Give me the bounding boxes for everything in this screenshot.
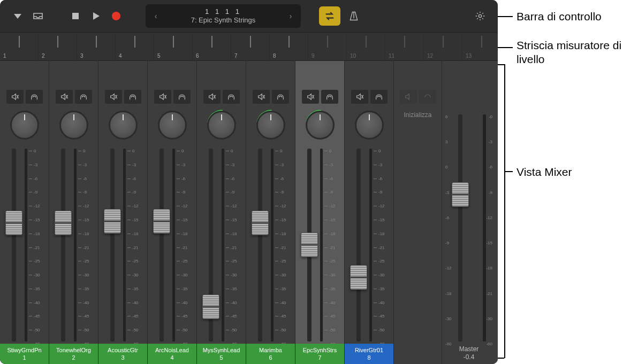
fader-track[interactable] [12,149,16,342]
solo-button[interactable] [173,90,191,104]
mixer-view: 0-3-6-9-12-15-18-21-25-30-35-40-45-50-60… [0,61,498,364]
callout-line [498,64,504,65]
menu-dropdown-icon[interactable] [10,8,26,24]
channel-strip: 0-3-6-9-12-15-18-21-25-30-35-40-45-50-60… [98,61,148,364]
master-fader-handle[interactable] [452,182,469,207]
control-bar: ‹ 1 1 1 1 7: Epic Synth Strings › [0,0,498,32]
metronome-icon[interactable] [346,8,362,24]
svg-marker-2 [93,12,100,20]
channel-label[interactable]: EpcSynhStrs7 [295,344,344,364]
solo-button[interactable] [370,90,388,104]
fader-track[interactable] [160,149,164,342]
fader-handle[interactable] [301,233,318,257]
level-meter [25,149,27,342]
svg-marker-0 [14,14,21,19]
pan-knob[interactable] [206,109,238,141]
app-window: ‹ 1 1 1 1 7: Epic Synth Strings › 123456… [0,0,498,364]
meter-strip-cell[interactable]: 12 [424,33,462,60]
channel-label[interactable]: TonewhelOrg2 [49,344,98,364]
channel-label[interactable]: MysSynhLead5 [197,344,246,364]
play-button[interactable] [88,8,104,24]
cycle-button[interactable] [319,6,340,26]
mute-button[interactable] [203,90,221,104]
init-channel: Inizializza [394,61,442,364]
mute-button[interactable] [302,90,319,104]
meter-strip-cell[interactable]: 11 [385,33,424,60]
pan-knob[interactable] [353,109,385,141]
pan-knob[interactable] [9,109,41,141]
pan-knob[interactable] [58,109,90,141]
mute-button[interactable] [154,90,171,104]
callout-line [498,358,504,359]
channel-label[interactable]: ArcNoisLead4 [148,344,196,364]
meter-strip-cell[interactable]: 4 [116,33,154,60]
inbox-icon[interactable] [30,8,46,24]
master-channel: 630-3-6-9-12-18-30-60 -0-3-6-9-12-15-18-… [442,61,496,364]
channel-strip: 0-3-6-9-12-15-18-21-25-30-35-40-45-50-60… [345,61,394,364]
init-label[interactable]: Inizializza [404,111,431,119]
callout-meter-strip: Striscia misuratore di livello [517,38,638,67]
level-meter [369,149,372,342]
channel-strip: 0-3-6-9-12-15-18-21-25-30-35-40-45-50-60… [0,61,49,364]
channel-label[interactable]: AcousticGtr3 [98,344,147,364]
channel-strip: 0-3-6-9-12-15-18-21-25-30-35-40-45-50-60… [295,61,345,364]
fader-handle[interactable] [252,211,269,235]
record-button[interactable] [108,8,124,24]
level-meter [172,149,175,342]
pan-knob[interactable] [156,109,188,141]
svg-rect-1 [72,13,79,19]
mute-button[interactable] [253,90,270,104]
callout-line [498,47,513,48]
meter-strip-cell[interactable]: 5 [154,33,193,60]
master-fader-track[interactable] [458,114,462,342]
level-meter-strip[interactable]: 12345678910111213 [0,32,498,61]
meter-strip-cell[interactable]: 6 [193,33,231,60]
master-label: Master-0.4 [442,345,496,362]
meter-strip-cell[interactable]: 1 [0,33,39,60]
channel-label[interactable]: RiverGtr018 [345,344,393,364]
pan-knob[interactable] [304,109,336,141]
solo-button[interactable] [124,90,141,104]
pan-knob[interactable] [107,109,139,141]
solo-button[interactable] [223,90,240,104]
callout-control-bar: Barra di controllo [517,10,602,24]
meter-strip-cell[interactable]: 9 [308,33,347,60]
solo-button[interactable] [26,90,43,104]
meter-strip-cell[interactable]: 10 [347,33,385,60]
mute-button[interactable] [56,90,73,104]
fader-track[interactable] [61,149,65,342]
settings-gear-icon[interactable] [472,8,488,24]
solo-button[interactable] [75,90,92,104]
level-meter [123,149,126,342]
channel-label[interactable]: Marimba6 [246,344,295,364]
fader-track[interactable] [258,149,262,342]
channel-strip: 0-3-6-9-12-15-18-21-25-30-35-40-45-50-60… [197,61,246,364]
meter-strip-cell[interactable]: 3 [77,33,116,60]
stop-button[interactable] [67,8,83,24]
mute-button[interactable] [6,90,24,104]
fader-handle[interactable] [55,211,72,235]
fader-handle[interactable] [153,209,170,234]
lcd-prev-icon[interactable]: ‹ [151,12,161,20]
mute-button[interactable] [351,90,368,104]
lcd-next-icon[interactable]: › [286,12,295,20]
pan-knob[interactable] [255,109,287,141]
meter-strip-cell[interactable]: 13 [462,33,498,60]
solo-button[interactable] [321,90,338,104]
fader-track[interactable] [356,149,361,342]
channel-strip: 0-3-6-9-12-15-18-21-25-30-35-40-45-50-60… [246,61,295,364]
fader-handle[interactable] [350,265,367,290]
fader-handle[interactable] [5,211,22,235]
meter-strip-cell[interactable]: 2 [39,33,77,60]
solo-button[interactable] [272,90,289,104]
fader-handle[interactable] [202,295,219,319]
level-meter [222,149,224,342]
fader-track[interactable] [110,149,115,342]
meter-strip-cell[interactable]: 8 [270,33,308,60]
fader-handle[interactable] [104,209,121,234]
level-meter [271,149,274,342]
mute-button[interactable] [105,90,122,104]
meter-strip-cell[interactable]: 7 [231,33,270,60]
callout-line [498,16,513,17]
channel-label[interactable]: StiwyGrndPn1 [0,344,49,364]
